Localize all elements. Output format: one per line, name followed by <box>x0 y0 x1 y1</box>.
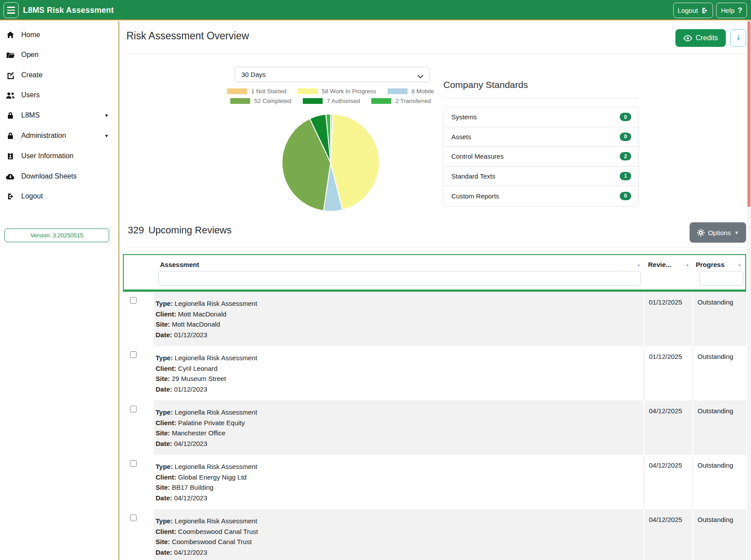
credits-button[interactable]: Credits <box>675 29 726 47</box>
sidebar-item-l8ms[interactable]: L8MS ▾ <box>0 106 118 125</box>
reviews-title-text: Upcoming Reviews <box>149 225 232 236</box>
sidebar-item-create[interactable]: Create <box>0 66 118 84</box>
help-button[interactable]: Help ? <box>716 3 747 18</box>
sort-asc-icon[interactable]: ▲ <box>637 262 641 267</box>
hamburger-icon <box>7 7 15 8</box>
period-select-value: 30 Days <box>241 71 266 78</box>
sidebar-item-download-sheets[interactable]: Download Sheets <box>0 167 118 186</box>
sidebar-item-label: Create <box>21 71 42 79</box>
count-badge: 2 <box>620 152 631 160</box>
sidebar-item-label: Users <box>21 91 40 99</box>
standards-row-assets[interactable]: Assets 0 <box>443 127 638 147</box>
sort-asc-icon[interactable]: ▲ <box>737 262 742 267</box>
row-checkbox[interactable] <box>130 406 137 412</box>
users-icon <box>6 91 15 99</box>
legend-item: 1 Not Started <box>227 88 286 95</box>
progress-cell: Outstanding <box>692 346 746 400</box>
info-icon: i <box>737 34 740 42</box>
table-row[interactable]: Type: Legionella Risk Assessment Client:… <box>123 400 746 455</box>
standards-row-label: Custom Reports <box>451 192 499 200</box>
sidebar-item-logout[interactable]: Logout <box>0 187 118 206</box>
legend-item: 52 Completed <box>230 98 291 104</box>
info-button[interactable]: i <box>730 29 746 47</box>
reviews-count: 329 <box>128 225 144 236</box>
gear-icon <box>697 229 705 236</box>
standards-row-standard-texts[interactable]: Standard Texts 1 <box>443 167 638 187</box>
reviews-table-body: Type: Legionella Risk Assessment Client:… <box>123 292 746 560</box>
row-checkbox-cell <box>123 346 154 400</box>
standards-row-custom-reports[interactable]: Custom Reports 0 <box>443 186 638 206</box>
sort-asc-icon[interactable]: ▲ <box>685 262 690 267</box>
sign-out-icon <box>6 192 15 201</box>
status-pie-chart <box>280 112 381 213</box>
assessment-cell: Type: Legionella Risk Assessment Client:… <box>154 292 644 346</box>
sidebar-item-label: Open <box>21 51 38 59</box>
review-date-cell: 04/12/2025 <box>644 455 692 509</box>
standards-row-label: Systems <box>451 113 477 121</box>
assessment-cell: Type: Legionella Risk Assessment Client:… <box>154 346 644 400</box>
assessment-cell: Type: Legionella Risk Assessment Client:… <box>154 400 644 455</box>
column-header-progress[interactable]: Progress <box>696 261 724 268</box>
table-row[interactable]: Type: Legionella Risk Assessment Client:… <box>123 509 746 560</box>
period-select[interactable]: 30 Days <box>235 67 430 82</box>
vertical-scrollbar[interactable] <box>747 20 751 560</box>
pie-legend: 1 Not Started 58 Work In Progress 8 Mobi… <box>207 88 454 104</box>
column-header-review-date[interactable]: Revie... <box>648 261 671 268</box>
row-checkbox-cell <box>123 400 154 455</box>
sidebar-item-label: User Information <box>21 152 73 160</box>
sidebar-item-home[interactable]: Home <box>0 26 118 44</box>
reviews-table-header: Assessment ▲ Revie... ▲ Progress ▲ <box>123 254 746 290</box>
upcoming-reviews-title: 329Upcoming Reviews <box>128 225 232 236</box>
legend-swatch-not-started <box>227 88 247 94</box>
options-button[interactable]: Options ▼ <box>690 222 746 243</box>
cloud-download-icon <box>6 172 15 181</box>
progress-filter-input[interactable] <box>699 271 743 286</box>
chevron-down-icon <box>417 72 423 80</box>
table-row[interactable]: Type: Legionella Risk Assessment Client:… <box>123 292 746 346</box>
row-checkbox-cell <box>123 292 154 346</box>
legend-swatch-completed <box>230 98 250 104</box>
legend-swatch-work-in-progress <box>298 88 318 94</box>
count-badge: 0 <box>620 133 631 141</box>
standards-row-control-measures[interactable]: Control Measures 2 <box>443 147 638 167</box>
caret-down-icon: ▼ <box>734 230 739 235</box>
divider <box>126 54 746 54</box>
legend-item: 58 Work In Progress <box>298 88 376 95</box>
row-checkbox[interactable] <box>130 297 137 304</box>
sidebar-item-label: Home <box>21 31 40 39</box>
row-checkbox-cell <box>123 509 154 560</box>
assessment-filter-input[interactable] <box>158 271 641 286</box>
lock-icon <box>6 111 15 120</box>
row-checkbox[interactable] <box>130 460 137 467</box>
progress-cell: Outstanding <box>692 292 746 346</box>
row-checkbox[interactable] <box>130 514 137 521</box>
id-card-icon <box>6 152 15 160</box>
column-header-assessment[interactable]: Assessment <box>160 261 199 268</box>
sidebar-item-administration[interactable]: Administration ▾ <box>0 126 118 145</box>
table-row[interactable]: Type: Legionella Risk Assessment Client:… <box>123 346 746 400</box>
logout-button[interactable]: Logout <box>673 3 713 18</box>
hamburger-menu-button[interactable] <box>4 2 19 18</box>
company-standards-list: Systems 0 Assets 0 Control Measures 2 St… <box>443 107 639 206</box>
count-badge: 1 <box>620 172 631 180</box>
sidebar-item-label: Download Sheets <box>21 172 76 180</box>
sidebar-item-label: Logout <box>21 192 43 200</box>
count-badge: 0 <box>620 192 631 200</box>
home-icon <box>6 30 15 39</box>
legend-item: 2 Transferred <box>371 98 431 104</box>
scrollbar-thumb[interactable] <box>747 21 751 207</box>
row-checkbox[interactable] <box>130 351 137 358</box>
standards-row-label: Control Measures <box>451 152 503 160</box>
sidebar: Home Open Create Users L8MS ▾ <box>0 21 119 560</box>
sidebar-item-open[interactable]: Open <box>0 46 118 64</box>
top-bar: L8MS Risk Assessment Logout Help ? <box>0 0 751 20</box>
table-row[interactable]: Type: Legionella Risk Assessment Client:… <box>123 455 746 509</box>
standards-row-systems[interactable]: Systems 0 <box>443 107 638 127</box>
sidebar-item-label: L8MS <box>21 111 40 119</box>
chevron-down-icon: ▾ <box>105 133 108 139</box>
sidebar-item-users[interactable]: Users <box>0 86 118 104</box>
sidebar-item-user-information[interactable]: User Information <box>0 147 118 165</box>
help-button-label: Help <box>721 7 735 14</box>
options-button-label: Options <box>708 229 731 236</box>
company-standards-title: Company Standards <box>443 80 528 90</box>
